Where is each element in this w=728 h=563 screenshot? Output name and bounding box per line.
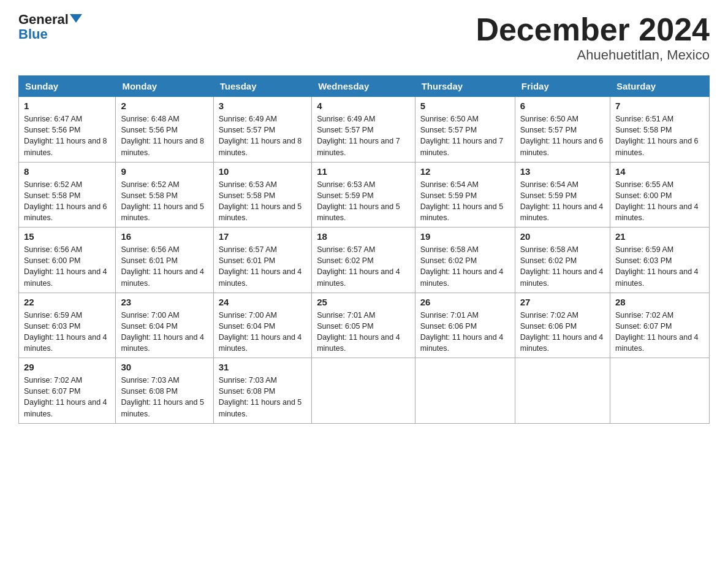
calendar-cell: 8Sunrise: 6:52 AMSunset: 5:58 PMDaylight… [19, 162, 116, 228]
calendar-cell: 28Sunrise: 7:02 AMSunset: 6:07 PMDayligh… [610, 293, 710, 358]
calendar-cell: 18Sunrise: 6:57 AMSunset: 6:02 PMDayligh… [312, 228, 415, 293]
day-number: 28 [615, 297, 704, 307]
day-info: Sunrise: 6:47 AMSunset: 5:56 PMDaylight:… [24, 113, 110, 158]
calendar-cell: 15Sunrise: 6:56 AMSunset: 6:00 PMDayligh… [19, 228, 116, 293]
week-row-2: 8Sunrise: 6:52 AMSunset: 5:58 PMDaylight… [19, 162, 710, 228]
header-monday: Monday [116, 76, 213, 97]
day-info: Sunrise: 6:50 AMSunset: 5:57 PMDaylight:… [520, 113, 605, 158]
day-info: Sunrise: 7:01 AMSunset: 6:06 PMDaylight:… [420, 310, 510, 354]
day-number: 24 [219, 297, 306, 307]
calendar-cell: 20Sunrise: 6:58 AMSunset: 6:02 PMDayligh… [515, 228, 610, 293]
day-number: 19 [420, 231, 510, 242]
day-number: 26 [420, 297, 510, 307]
day-info: Sunrise: 6:52 AMSunset: 5:58 PMDaylight:… [24, 179, 110, 224]
calendar-table: SundayMondayTuesdayWednesdayThursdayFrid… [18, 75, 710, 424]
calendar-cell: 2Sunrise: 6:48 AMSunset: 5:56 PMDaylight… [116, 97, 213, 163]
day-number: 14 [615, 166, 704, 177]
calendar-cell: 14Sunrise: 6:55 AMSunset: 6:00 PMDayligh… [610, 162, 710, 228]
logo-text-blue: Blue [18, 27, 48, 42]
calendar-cell [610, 358, 710, 424]
calendar-cell: 1Sunrise: 6:47 AMSunset: 5:56 PMDaylight… [19, 97, 116, 163]
day-info: Sunrise: 6:58 AMSunset: 6:02 PMDaylight:… [520, 244, 605, 289]
calendar-cell: 27Sunrise: 7:02 AMSunset: 6:06 PMDayligh… [515, 293, 610, 358]
header-tuesday: Tuesday [213, 76, 311, 97]
day-info: Sunrise: 6:53 AMSunset: 5:58 PMDaylight:… [219, 179, 306, 224]
day-number: 29 [24, 362, 110, 372]
calendar-cell: 26Sunrise: 7:01 AMSunset: 6:06 PMDayligh… [415, 293, 515, 358]
calendar-cell: 9Sunrise: 6:52 AMSunset: 5:58 PMDaylight… [116, 162, 213, 228]
day-info: Sunrise: 6:58 AMSunset: 6:02 PMDaylight:… [420, 244, 510, 289]
day-info: Sunrise: 6:54 AMSunset: 5:59 PMDaylight:… [420, 179, 510, 224]
calendar-cell: 4Sunrise: 6:49 AMSunset: 5:57 PMDaylight… [312, 97, 415, 163]
calendar-cell: 6Sunrise: 6:50 AMSunset: 5:57 PMDaylight… [515, 97, 610, 163]
day-number: 10 [219, 166, 306, 177]
day-number: 1 [24, 101, 110, 111]
day-number: 15 [24, 231, 110, 242]
calendar-header-row: SundayMondayTuesdayWednesdayThursdayFrid… [19, 76, 710, 97]
calendar-cell: 22Sunrise: 6:59 AMSunset: 6:03 PMDayligh… [19, 293, 116, 358]
day-number: 12 [420, 166, 510, 177]
day-info: Sunrise: 7:02 AMSunset: 6:07 PMDaylight:… [24, 375, 110, 419]
day-info: Sunrise: 6:49 AMSunset: 5:57 PMDaylight:… [219, 113, 306, 158]
day-info: Sunrise: 6:48 AMSunset: 5:56 PMDaylight:… [121, 113, 208, 158]
day-info: Sunrise: 7:00 AMSunset: 6:04 PMDaylight:… [219, 310, 306, 354]
week-row-3: 15Sunrise: 6:56 AMSunset: 6:00 PMDayligh… [19, 228, 710, 293]
day-number: 4 [317, 101, 410, 111]
calendar-cell [515, 358, 610, 424]
day-number: 30 [121, 362, 208, 372]
day-number: 23 [121, 297, 208, 307]
calendar-cell: 17Sunrise: 6:57 AMSunset: 6:01 PMDayligh… [213, 228, 311, 293]
calendar-cell [312, 358, 415, 424]
day-number: 31 [219, 362, 306, 372]
calendar-cell: 13Sunrise: 6:54 AMSunset: 5:59 PMDayligh… [515, 162, 610, 228]
day-number: 18 [317, 231, 410, 242]
day-number: 11 [317, 166, 410, 177]
calendar-cell: 16Sunrise: 6:56 AMSunset: 6:01 PMDayligh… [116, 228, 213, 293]
day-number: 16 [121, 231, 208, 242]
header-saturday: Saturday [610, 76, 710, 97]
calendar-subtitle: Ahuehuetitlan, Mexico [476, 47, 710, 63]
day-number: 27 [520, 297, 605, 307]
day-info: Sunrise: 7:03 AMSunset: 6:08 PMDaylight:… [121, 375, 208, 419]
logo: General Blue [18, 12, 82, 42]
week-row-1: 1Sunrise: 6:47 AMSunset: 5:56 PMDaylight… [19, 97, 710, 163]
calendar-cell: 21Sunrise: 6:59 AMSunset: 6:03 PMDayligh… [610, 228, 710, 293]
day-number: 22 [24, 297, 110, 307]
day-number: 20 [520, 231, 605, 242]
calendar-cell: 31Sunrise: 7:03 AMSunset: 6:08 PMDayligh… [213, 358, 311, 424]
calendar-cell: 24Sunrise: 7:00 AMSunset: 6:04 PMDayligh… [213, 293, 311, 358]
day-number: 7 [615, 101, 704, 111]
day-number: 2 [121, 101, 208, 111]
day-info: Sunrise: 6:50 AMSunset: 5:57 PMDaylight:… [420, 113, 510, 158]
day-info: Sunrise: 6:54 AMSunset: 5:59 PMDaylight:… [520, 179, 605, 224]
week-row-4: 22Sunrise: 6:59 AMSunset: 6:03 PMDayligh… [19, 293, 710, 358]
day-number: 8 [24, 166, 110, 177]
header-friday: Friday [515, 76, 610, 97]
calendar-title: December 2024 [476, 12, 710, 47]
day-info: Sunrise: 6:52 AMSunset: 5:58 PMDaylight:… [121, 179, 208, 224]
logo-triangle-icon [70, 14, 82, 23]
header-wednesday: Wednesday [312, 76, 415, 97]
day-number: 17 [219, 231, 306, 242]
day-info: Sunrise: 7:00 AMSunset: 6:04 PMDaylight:… [121, 310, 208, 354]
calendar-cell: 5Sunrise: 6:50 AMSunset: 5:57 PMDaylight… [415, 97, 515, 163]
calendar-cell: 19Sunrise: 6:58 AMSunset: 6:02 PMDayligh… [415, 228, 515, 293]
calendar-cell [415, 358, 515, 424]
day-info: Sunrise: 6:59 AMSunset: 6:03 PMDaylight:… [615, 244, 704, 289]
day-info: Sunrise: 7:03 AMSunset: 6:08 PMDaylight:… [219, 375, 306, 419]
day-number: 21 [615, 231, 704, 242]
day-info: Sunrise: 7:02 AMSunset: 6:07 PMDaylight:… [615, 310, 704, 354]
week-row-5: 29Sunrise: 7:02 AMSunset: 6:07 PMDayligh… [19, 358, 710, 424]
calendar-cell: 11Sunrise: 6:53 AMSunset: 5:59 PMDayligh… [312, 162, 415, 228]
day-info: Sunrise: 7:01 AMSunset: 6:05 PMDaylight:… [317, 310, 410, 354]
day-info: Sunrise: 6:57 AMSunset: 6:02 PMDaylight:… [317, 244, 410, 289]
day-info: Sunrise: 6:57 AMSunset: 6:01 PMDaylight:… [219, 244, 306, 289]
calendar-cell: 23Sunrise: 7:00 AMSunset: 6:04 PMDayligh… [116, 293, 213, 358]
calendar-cell: 25Sunrise: 7:01 AMSunset: 6:05 PMDayligh… [312, 293, 415, 358]
calendar-cell: 7Sunrise: 6:51 AMSunset: 5:58 PMDaylight… [610, 97, 710, 163]
calendar-cell: 12Sunrise: 6:54 AMSunset: 5:59 PMDayligh… [415, 162, 515, 228]
day-info: Sunrise: 6:49 AMSunset: 5:57 PMDaylight:… [317, 113, 410, 158]
calendar-cell: 3Sunrise: 6:49 AMSunset: 5:57 PMDaylight… [213, 97, 311, 163]
day-number: 13 [520, 166, 605, 177]
day-number: 6 [520, 101, 605, 111]
